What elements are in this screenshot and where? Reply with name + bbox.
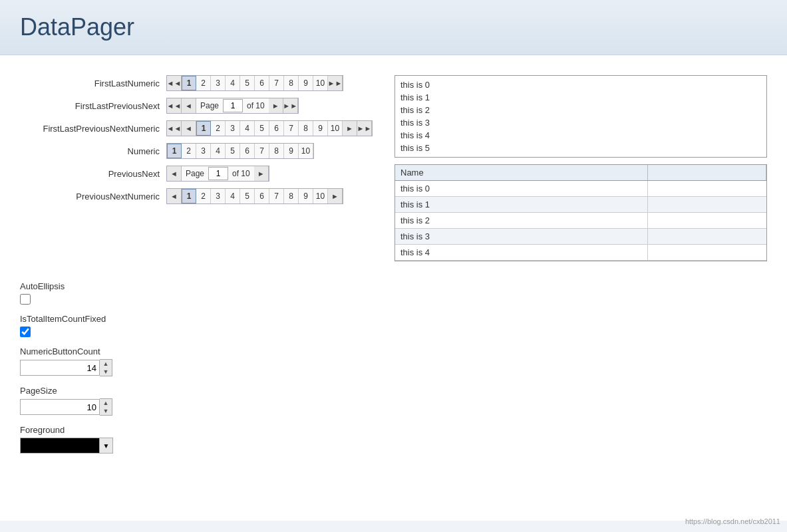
page-title: DataPager [20, 13, 767, 41]
spinbox-btns: ▲ ▼ [100, 359, 112, 376]
foreground-row: Foreground ▼ [20, 425, 767, 454]
numeric-button-count-label: NumericButtonCount [20, 346, 767, 356]
auto-ellipsis-checkbox[interactable] [20, 294, 31, 305]
datagrid-cell-name: this is 3 [395, 229, 648, 244]
pager-control-firstlastnumeric: ◄◄ 1 2 3 4 5 6 7 8 9 10 ►► [166, 75, 343, 91]
pager-next-btn-6[interactable]: ► [328, 189, 343, 203]
pager-page3-3[interactable]: 3 [226, 121, 240, 136]
pager-page4-6[interactable]: 6 [240, 144, 255, 158]
pager-label-firstlastnumeric: FirstLastNumeric [20, 78, 166, 88]
pager-page6-10[interactable]: 10 [313, 189, 328, 203]
numeric-button-count-input[interactable] [20, 360, 100, 376]
pager-prev-btn-3[interactable]: ◄ [182, 121, 196, 136]
pager-page-3[interactable]: 3 [211, 76, 226, 90]
page-size-input[interactable] [20, 399, 100, 415]
pager-page-10[interactable]: 10 [313, 76, 328, 90]
pager-page-6[interactable]: 6 [255, 76, 269, 90]
pager-page6-4[interactable]: 4 [226, 189, 240, 203]
pager-prev-btn-2[interactable]: ◄ [182, 98, 196, 113]
pager-page4-5[interactable]: 5 [226, 144, 240, 158]
top-section: FirstLastNumeric ◄◄ 1 2 3 4 5 6 7 8 9 10… [20, 75, 767, 261]
pager-prev-btn-6[interactable]: ◄ [167, 189, 182, 203]
pager-of-text-2: of 10 [243, 98, 269, 113]
datagrid-cell-val [648, 181, 766, 196]
pager-next-btn-3[interactable]: ► [343, 121, 357, 136]
pager-input-5[interactable] [208, 167, 228, 180]
pager-page6-7[interactable]: 7 [269, 189, 284, 203]
spinbox-up-btn[interactable]: ▲ [100, 360, 112, 368]
pager-next-btn-5[interactable]: ► [254, 166, 269, 181]
pager-page3-6[interactable]: 6 [269, 121, 284, 136]
pager-row-previousnext: PreviousNext ◄ Page of 10 ► [20, 166, 381, 182]
page-size-down-btn[interactable]: ▼ [100, 407, 112, 415]
pager-page3-4[interactable]: 4 [240, 121, 255, 136]
pager-page4-10[interactable]: 10 [299, 144, 313, 158]
pager-page3-2[interactable]: 2 [211, 121, 226, 136]
is-total-item-count-fixed-label: IsTotalItemCountFixed [20, 314, 767, 324]
pager-page3-8[interactable]: 8 [299, 121, 313, 136]
pager-page4-9[interactable]: 9 [284, 144, 299, 158]
numeric-button-count-row: NumericButtonCount ▲ ▼ [20, 346, 767, 376]
pager-page4-8[interactable]: 8 [269, 144, 284, 158]
pager-page-7[interactable]: 7 [269, 76, 284, 90]
datagrid-col-header-name: Name [395, 165, 648, 180]
pager-page4-3[interactable]: 3 [196, 144, 211, 158]
pager-control-previousnext: ◄ Page of 10 ► [166, 166, 269, 182]
list-item: this is 4 [400, 129, 761, 142]
pager-page3-1[interactable]: 1 [196, 121, 211, 136]
pager-row-firstlastpreviousnextnumeric: FirstLastPreviousNextNumeric ◄◄ ◄ 1 2 3 … [20, 120, 381, 136]
pager-page6-2[interactable]: 2 [196, 189, 211, 203]
pager-page6-6[interactable]: 6 [255, 189, 269, 203]
pager-page-9[interactable]: 9 [299, 76, 313, 90]
color-dropdown-btn[interactable]: ▼ [100, 438, 113, 454]
pager-first-btn-2[interactable]: ◄◄ [167, 98, 182, 113]
pager-page-8[interactable]: 8 [284, 76, 299, 90]
pager-page4-1[interactable]: 1 [167, 144, 182, 158]
pager-label-previousnextnumeric: PreviousNextNumeric [20, 192, 166, 201]
pager-next-btn-2[interactable]: ► [269, 98, 283, 113]
pager-page6-3[interactable]: 3 [211, 189, 226, 203]
pager-first-btn[interactable]: ◄◄ [167, 76, 182, 90]
table-row: this is 4 [395, 245, 766, 261]
pager-row-previousnextnumeric: PreviousNextNumeric ◄ 1 2 3 4 5 6 7 8 9 … [20, 188, 381, 204]
pager-last-btn-3[interactable]: ►► [357, 121, 372, 136]
pager-page6-1[interactable]: 1 [182, 189, 196, 203]
list-item: this is 3 [400, 116, 761, 129]
table-row: this is 0 [395, 181, 766, 197]
is-total-item-count-fixed-checkbox[interactable] [20, 327, 31, 337]
pager-row-firstlastnumeric: FirstLastNumeric ◄◄ 1 2 3 4 5 6 7 8 9 10… [20, 75, 381, 91]
datagrid-cell-val [648, 245, 766, 260]
pager-prev-btn-5[interactable]: ◄ [167, 166, 182, 181]
pager-page3-9[interactable]: 9 [313, 121, 328, 136]
page-size-label: PageSize [20, 386, 767, 396]
pager-page3-7[interactable]: 7 [284, 121, 299, 136]
pager-page6-9[interactable]: 9 [299, 189, 313, 203]
main-content: FirstLastNumeric ◄◄ 1 2 3 4 5 6 7 8 9 10… [0, 55, 787, 521]
pager-label-firstlastpreviousnext: FirstLastPreviousNext [20, 101, 166, 111]
pager-page3-10[interactable]: 10 [328, 121, 343, 136]
color-box[interactable] [20, 438, 100, 454]
pager-input-2[interactable] [223, 99, 243, 112]
pager-page-4[interactable]: 4 [226, 76, 240, 90]
color-picker-row: ▼ [20, 438, 767, 454]
pager-page4-2[interactable]: 2 [182, 144, 196, 158]
pager-last-btn[interactable]: ►► [328, 76, 343, 90]
datagrid-col-header-2 [648, 165, 766, 180]
page-size-up-btn[interactable]: ▲ [100, 399, 112, 407]
pager-page-text-5: Page [182, 166, 208, 181]
datagrid-cell-val [648, 229, 766, 244]
page-size-spinbox: ▲ ▼ [20, 398, 767, 416]
pager-page3-5[interactable]: 5 [255, 121, 269, 136]
pager-page-2[interactable]: 2 [196, 76, 211, 90]
pager-page-1[interactable]: 1 [182, 76, 196, 90]
pager-first-btn-3[interactable]: ◄◄ [167, 121, 182, 136]
pager-page6-5[interactable]: 5 [240, 189, 255, 203]
pager-page6-8[interactable]: 8 [284, 189, 299, 203]
pager-page4-4[interactable]: 4 [211, 144, 226, 158]
table-row: this is 3 [395, 229, 766, 245]
spinbox-down-btn[interactable]: ▼ [100, 368, 112, 376]
pager-last-btn-2[interactable]: ►► [283, 98, 298, 113]
pager-page4-7[interactable]: 7 [255, 144, 269, 158]
pager-page-5[interactable]: 5 [240, 76, 255, 90]
datagrid-cell-val [648, 197, 766, 212]
